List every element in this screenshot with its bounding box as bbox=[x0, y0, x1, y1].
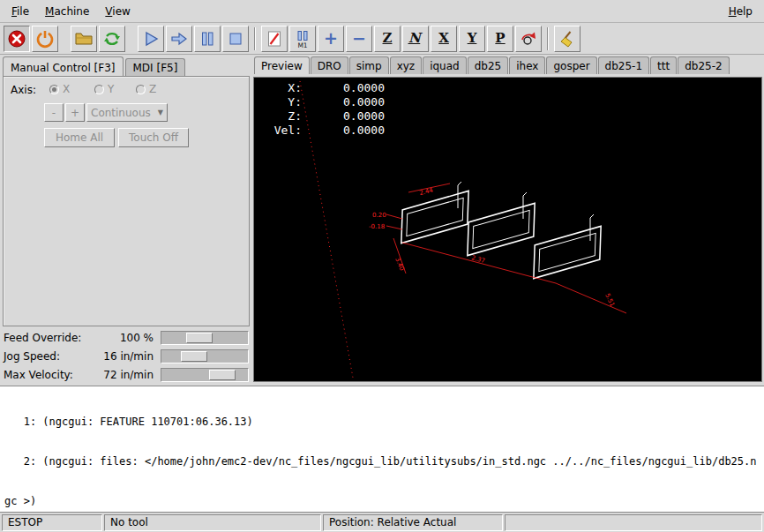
axis-z-label: Z bbox=[149, 83, 156, 95]
radio-circle bbox=[49, 85, 59, 94]
tab-iquad[interactable]: iquad bbox=[423, 56, 467, 74]
tab-dro[interactable]: DRO bbox=[311, 56, 348, 74]
entry-move-1 bbox=[458, 182, 461, 208]
view-z2-button[interactable]: N bbox=[402, 26, 429, 52]
toolpath-shape-3 bbox=[534, 226, 601, 278]
svg-text:2.37: 2.37 bbox=[470, 254, 485, 265]
menubar: File Machine View Help bbox=[0, 0, 764, 23]
reload-icon bbox=[102, 29, 122, 49]
step-line-button[interactable] bbox=[166, 26, 192, 52]
axis-y-radio[interactable]: Y bbox=[94, 83, 114, 95]
rotate-view-icon bbox=[519, 29, 538, 49]
slider-handle[interactable] bbox=[181, 351, 207, 362]
gcode-line[interactable]: gc >) bbox=[4, 495, 764, 508]
feed-override-slider[interactable] bbox=[161, 331, 249, 345]
statusbar: ESTOP No tool Position: Relative Actual bbox=[0, 513, 764, 532]
status-filler bbox=[505, 514, 762, 531]
slider-handle[interactable] bbox=[186, 333, 213, 343]
tab-xyz[interactable]: xyz bbox=[390, 56, 423, 74]
svg-text:M1: M1 bbox=[297, 41, 307, 49]
tab-ttt[interactable]: ttt bbox=[650, 56, 677, 74]
tab-manual-control[interactable]: Manual Control [F3] bbox=[3, 56, 124, 76]
jog-minus-button[interactable]: - bbox=[44, 103, 64, 122]
minus-icon: − bbox=[352, 30, 366, 47]
tab-db25-2[interactable]: db25-2 bbox=[678, 56, 729, 74]
gcode-listing[interactable]: 1: (ngcgui: FEATURE 110701:06.36.13) 2: … bbox=[0, 386, 764, 513]
toggle-optional-pause-button[interactable]: M1 bbox=[289, 26, 316, 52]
feed-override-value: 100 % bbox=[88, 332, 154, 344]
max-velocity-label: Max Velocity: bbox=[4, 369, 88, 381]
run-program-button[interactable] bbox=[138, 26, 164, 52]
jog-mode-value: Continuous bbox=[91, 107, 151, 119]
slider-handle[interactable] bbox=[209, 370, 236, 380]
left-notebook-tabs: Manual Control [F3] MDI [F5] bbox=[3, 56, 187, 76]
toggle-skip-lines-button[interactable] bbox=[261, 26, 288, 52]
right-notebook-tabs: Preview DRO simp xyz iquad db25 ihex gos… bbox=[254, 56, 730, 74]
step-arrow-icon bbox=[169, 29, 189, 49]
gcode-line[interactable]: 2: (ngcgui: files: </home/john/emc2-dev/… bbox=[4, 455, 764, 468]
play-icon bbox=[141, 29, 161, 49]
view-z2-icon: N bbox=[408, 32, 423, 45]
menu-file[interactable]: File bbox=[4, 2, 37, 21]
tab-db25[interactable]: db25 bbox=[468, 56, 509, 74]
machine-power-button[interactable] bbox=[32, 26, 58, 52]
axis-y-label: Y bbox=[108, 83, 114, 95]
reload-file-button[interactable] bbox=[99, 26, 125, 52]
touch-off-button[interactable]: Touch Off bbox=[118, 128, 189, 147]
view-x-button[interactable]: X bbox=[431, 26, 457, 52]
jog-speed-slider[interactable] bbox=[161, 349, 249, 363]
jog-mode-select[interactable]: Continuous ▼ bbox=[86, 103, 168, 122]
tab-gosper[interactable]: gosper bbox=[546, 56, 596, 74]
view-z-button[interactable]: Z bbox=[374, 26, 401, 52]
dro-x-value: 0.0000 bbox=[302, 81, 385, 95]
menu-machine[interactable]: Machine bbox=[37, 2, 97, 21]
radio-circle bbox=[136, 85, 146, 94]
linuxcnc-axis-window: File Machine View Help bbox=[0, 0, 764, 532]
max-velocity-value: 72 in/min bbox=[88, 369, 154, 381]
status-tool: No tool bbox=[104, 514, 321, 531]
axis-z-radio[interactable]: Z bbox=[136, 83, 156, 95]
dro-vel-label: Vel: bbox=[261, 124, 302, 138]
clear-plot-button[interactable] bbox=[554, 26, 580, 52]
jog-speed-value: 16 in/min bbox=[88, 350, 154, 363]
feed-override-row: Feed Override: 100 % bbox=[4, 329, 249, 347]
svg-text:-0.18: -0.18 bbox=[369, 223, 385, 230]
tab-db25-1[interactable]: db25-1 bbox=[598, 56, 649, 74]
view-p-button[interactable]: P bbox=[487, 26, 513, 52]
tab-ihex[interactable]: ihex bbox=[509, 56, 545, 74]
stop-program-button[interactable] bbox=[222, 26, 249, 52]
tab-mdi[interactable]: MDI [F5] bbox=[125, 58, 186, 76]
entry-move-3 bbox=[590, 214, 594, 241]
dro-vel-row: Vel: 0.0000 bbox=[261, 124, 385, 138]
toolbar: M1 + − Z N X Y P bbox=[0, 23, 764, 55]
max-velocity-slider[interactable] bbox=[161, 368, 249, 382]
dro-z-row: Z: 0.0000 bbox=[261, 109, 385, 124]
stop-icon bbox=[226, 29, 245, 49]
gcode-line[interactable]: 1: (ngcgui: FEATURE 110701:06.36.13) bbox=[4, 416, 764, 429]
estop-button[interactable] bbox=[4, 26, 30, 52]
jog-plus-button[interactable]: + bbox=[65, 103, 85, 122]
menu-help[interactable]: Help bbox=[721, 2, 760, 21]
jog-speed-label: Jog Speed: bbox=[4, 350, 88, 363]
max-velocity-row: Max Velocity: 72 in/min bbox=[4, 366, 249, 384]
axis-x-radio[interactable]: X bbox=[49, 83, 70, 95]
m1-pause-icon: M1 bbox=[293, 29, 312, 49]
dro-readout: X: 0.0000 Y: 0.0000 Z: 0.0000 Vel: 0.000… bbox=[261, 81, 385, 138]
status-estop: ESTOP bbox=[2, 514, 102, 531]
pause-icon bbox=[198, 29, 217, 49]
tab-preview[interactable]: Preview bbox=[254, 56, 310, 74]
zoom-out-button[interactable]: − bbox=[346, 26, 372, 52]
rotate-view-button[interactable] bbox=[515, 26, 542, 52]
toolpath-shape-1 bbox=[401, 191, 468, 243]
open-file-button[interactable] bbox=[71, 26, 97, 52]
svg-text:2.44: 2.44 bbox=[419, 187, 435, 197]
home-all-button[interactable]: Home All bbox=[44, 128, 115, 147]
view-y-button[interactable]: Y bbox=[459, 26, 485, 52]
dro-x-label: X: bbox=[261, 81, 302, 95]
tab-simp[interactable]: simp bbox=[349, 56, 389, 74]
zoom-in-button[interactable]: + bbox=[318, 26, 344, 52]
preview-canvas[interactable]: 0.20 -0.18 2.44 3.40 2.37 5.51 X: 0.0000… bbox=[253, 77, 762, 382]
view-p-icon: P bbox=[495, 32, 505, 45]
pause-program-button[interactable] bbox=[194, 26, 221, 52]
menu-view[interactable]: View bbox=[97, 2, 138, 21]
